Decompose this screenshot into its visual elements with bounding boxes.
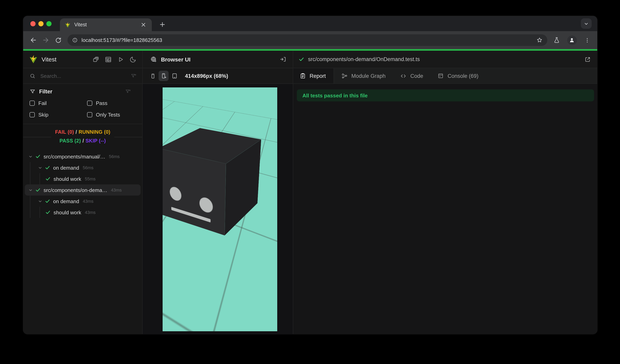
dashboard-icon[interactable] xyxy=(105,56,112,63)
fail-count: FAIL (0) xyxy=(55,129,74,135)
check-icon xyxy=(35,187,41,193)
check-icon xyxy=(35,154,41,159)
profile-button[interactable] xyxy=(566,34,578,46)
check-icon xyxy=(298,56,304,62)
filter-title: Filter xyxy=(39,89,125,95)
external-link-icon[interactable] xyxy=(584,56,591,62)
clear-filter-icon[interactable] xyxy=(131,73,137,79)
moon-icon[interactable] xyxy=(129,56,137,63)
all-tests-passed-banner: All tests passed in this file xyxy=(297,89,594,101)
chevron-down-icon[interactable] xyxy=(38,199,42,203)
summary-counts: FAIL (0)/RUNNING (0) PASS (2)/SKIP (--) xyxy=(51,128,114,145)
test-tree: src/components/manual/… 56ms on demand 5… xyxy=(23,149,142,334)
check-icon xyxy=(45,176,51,182)
search-input[interactable] xyxy=(40,73,131,79)
checkbox[interactable] xyxy=(87,112,92,117)
back-arrow-icon xyxy=(30,36,37,44)
url-bar[interactable]: localhost:5173/#/?file=1828625563 xyxy=(67,34,547,46)
tester-iframe[interactable] xyxy=(163,87,277,331)
browser-tab[interactable]: Vitest xyxy=(60,18,152,31)
test-summary: FAIL (0)/RUNNING (0) PASS (2)/SKIP (--) xyxy=(23,124,142,149)
viewport-size-label: 414x896px (68%) xyxy=(185,73,228,79)
chevron-down-icon[interactable] xyxy=(28,154,33,159)
robot-left-eye xyxy=(169,185,182,202)
tree-row-file[interactable]: src/components/manual/… 56ms xyxy=(23,151,142,162)
toolbar-right-icons xyxy=(550,34,593,46)
filter-checkbox-pass[interactable]: Pass xyxy=(87,100,142,106)
reload-button[interactable] xyxy=(52,34,64,46)
console-icon xyxy=(438,73,444,79)
vitest-favicon-icon xyxy=(65,22,71,28)
panel-title: Browser UI xyxy=(161,56,280,62)
kebab-menu-icon xyxy=(584,37,590,43)
filter-section: Filter Fail Pass Skip Only Tests xyxy=(23,84,142,124)
filter-checkbox-only-tests[interactable]: Only Tests xyxy=(87,112,142,118)
search-icon xyxy=(30,73,36,79)
device-tablet-button[interactable] xyxy=(169,71,179,81)
results-tabs: Report Module Graph Code Console (69) xyxy=(293,68,597,84)
filter-checkbox-skip[interactable]: Skip xyxy=(30,112,87,118)
person-icon xyxy=(569,37,575,43)
run-all-icon[interactable] xyxy=(117,56,124,63)
tree-row-file-selected[interactable]: src/components/on-dema… 43ms xyxy=(25,184,141,196)
tab-search-button[interactable] xyxy=(581,18,592,29)
menu-button[interactable] xyxy=(581,34,593,46)
funnel-icon xyxy=(30,89,36,95)
device-phone-small-button[interactable] xyxy=(148,71,158,81)
flask-icon xyxy=(553,37,560,44)
close-tab-icon[interactable] xyxy=(140,21,147,28)
chevron-down-icon[interactable] xyxy=(38,165,42,170)
results-panel: src/components/on-demand/OnDemand.test.t… xyxy=(293,51,597,334)
test-file-path: src/components/on-demand/OnDemand.test.t… xyxy=(308,56,584,62)
viewport-area xyxy=(143,84,293,334)
browser-ui-header: Browser UI xyxy=(143,51,293,68)
zoom-window-button[interactable] xyxy=(46,21,51,26)
robot-cube-scene xyxy=(175,142,247,214)
checkbox[interactable] xyxy=(30,101,35,106)
new-tab-button[interactable] xyxy=(156,19,168,30)
phone-icon xyxy=(150,73,156,79)
avatar xyxy=(567,35,577,45)
back-button[interactable] xyxy=(27,34,40,46)
vitest-logo-icon xyxy=(29,55,38,64)
reload-icon xyxy=(55,37,62,44)
chevron-down-icon[interactable] xyxy=(28,188,33,192)
skip-count: SKIP (--) xyxy=(85,138,106,144)
tablet-icon xyxy=(171,73,178,79)
robot-cube xyxy=(181,137,245,218)
browser-window: Vitest localhost:5173/#/?file=1828625563 xyxy=(23,16,597,334)
file-path-header: src/components/on-demand/OnDemand.test.t… xyxy=(293,51,597,68)
checkbox[interactable] xyxy=(30,112,35,117)
app-title: Vitest xyxy=(42,56,92,63)
bookmark-star-icon[interactable] xyxy=(536,37,543,44)
url-text: localhost:5173/#/?file=1828625563 xyxy=(81,37,536,43)
info-icon[interactable] xyxy=(72,37,78,43)
tree-row-suite[interactable]: on demand 43ms xyxy=(23,196,142,207)
tab-title: Vitest xyxy=(74,22,140,28)
checkbox[interactable] xyxy=(87,101,92,106)
search-row xyxy=(23,68,142,84)
minimize-window-button[interactable] xyxy=(38,21,44,26)
tab-code[interactable]: Code xyxy=(393,68,431,83)
vitest-ui: Vitest Filter xyxy=(23,51,597,334)
tree-row-suite[interactable]: on demand 56ms xyxy=(23,162,142,173)
tab-module-graph[interactable]: Module Graph xyxy=(334,68,393,83)
filter-title-row: Filter xyxy=(30,89,137,95)
device-phone-add-button[interactable] xyxy=(159,71,169,81)
plus-icon xyxy=(158,21,166,28)
forward-button[interactable] xyxy=(40,34,52,46)
windows-stack-icon[interactable] xyxy=(92,56,99,63)
experiments-button[interactable] xyxy=(550,34,563,46)
tab-strip: Vitest xyxy=(23,16,597,31)
sidebar-header: Vitest xyxy=(23,51,142,68)
dock-panel-right-icon[interactable] xyxy=(280,56,286,63)
browser-toolbar: localhost:5173/#/?file=1828625563 xyxy=(23,31,597,49)
close-window-button[interactable] xyxy=(30,21,36,26)
chevron-down-icon xyxy=(583,21,589,27)
filter-checkbox-fail[interactable]: Fail xyxy=(30,100,87,106)
clear-filter-icon[interactable] xyxy=(125,89,131,95)
tree-row-test[interactable]: should work 55ms xyxy=(23,173,142,184)
tree-row-test[interactable]: should work 43ms xyxy=(23,207,142,218)
tab-report[interactable]: Report xyxy=(293,68,334,83)
tab-console[interactable]: Console (69) xyxy=(431,68,486,83)
